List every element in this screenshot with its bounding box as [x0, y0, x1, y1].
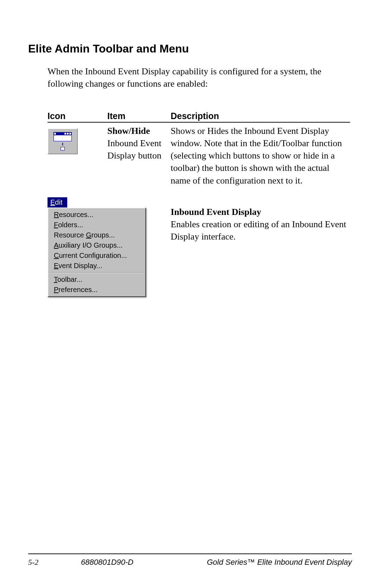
intro-paragraph: When the Inbound Event Display capabilit…: [48, 65, 350, 90]
item-name-strong: Show/Hide: [107, 126, 150, 136]
menu-title-edit: Edit: [48, 197, 67, 208]
menu-item-resources: Resources...: [48, 210, 145, 220]
menu-item-folders: Folders...: [48, 220, 145, 230]
menu-item-current-configuration: Current Configuration...: [48, 250, 145, 261]
document-page: Elite Admin Toolbar and Menu When the In…: [0, 0, 380, 588]
section-heading: Elite Admin Toolbar and Menu: [28, 42, 352, 55]
feature-table: Icon Item Description Show/Hide Inbound …: [48, 111, 350, 297]
table-row: Edit Resources... Folders... Resource Gr…: [48, 197, 350, 297]
menu-separator: [49, 272, 145, 273]
footer-doc-number: 6880801D90-D: [81, 558, 172, 567]
menu-item-toolbar: Toolbar...: [48, 274, 145, 285]
page-footer: 5-2 6880801D90-D Gold Series™ Elite Inbo…: [28, 553, 352, 567]
desc-body: Enables creation or editing of an Inboun…: [171, 218, 350, 243]
description-cell: Shows or Hides the Inbound Event Display…: [171, 125, 350, 186]
menu-item-resource-groups: Resource Groups...: [48, 230, 145, 240]
footer-page-number: 5-2: [28, 558, 81, 567]
header-item: Item: [107, 111, 171, 121]
icon-cell: [48, 125, 107, 186]
show-hide-toolbar-button-icon: [48, 128, 78, 154]
header-description: Description: [171, 111, 350, 121]
description-cell: Inbound Event Display Enables creation o…: [171, 197, 350, 297]
desc-heading: Inbound Event Display: [171, 206, 350, 218]
footer-title: Gold Series™ Elite Inbound Event Display: [172, 558, 352, 567]
menu-dropdown: Resources... Folders... Resource Groups.…: [48, 208, 146, 297]
menu-item-auxiliary-io-groups: Auxiliary I/O Groups...: [48, 240, 145, 250]
menu-item-preferences: Preferences...: [48, 285, 145, 295]
window-icon: [53, 132, 72, 141]
table-row: Show/Hide Inbound Event Display button S…: [48, 123, 350, 186]
menu-screenshot-cell: Edit Resources... Folders... Resource Gr…: [48, 197, 171, 297]
header-icon: Icon: [48, 111, 107, 121]
edit-menu: Edit Resources... Folders... Resource Gr…: [48, 197, 146, 297]
menu-item-event-display: Event Display...: [48, 261, 145, 271]
item-name-rest: Inbound Event Display button: [107, 138, 162, 161]
table-header-row: Icon Item Description: [48, 111, 350, 123]
item-cell: Show/Hide Inbound Event Display button: [107, 125, 171, 186]
